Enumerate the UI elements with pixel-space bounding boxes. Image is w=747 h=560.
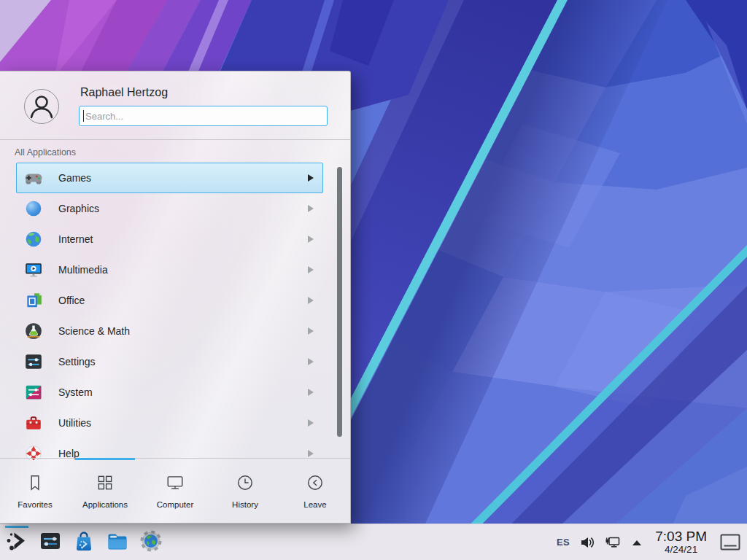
scrollbar-thumb[interactable] bbox=[337, 167, 342, 437]
category-label: Multimedia bbox=[58, 264, 308, 276]
file-manager-button[interactable] bbox=[106, 531, 129, 554]
section-label: All Applications bbox=[15, 147, 76, 158]
submenu-arrow-icon bbox=[308, 266, 314, 273]
tab-history[interactable]: History bbox=[210, 459, 280, 523]
internet-icon bbox=[24, 230, 43, 249]
submenu-arrow-icon bbox=[308, 327, 314, 335]
user-icon bbox=[25, 90, 58, 123]
category-row-utilities[interactable]: Utilities bbox=[16, 408, 323, 438]
multimedia-icon bbox=[24, 260, 43, 279]
category-row-office[interactable]: Office bbox=[16, 285, 323, 316]
category-label: Utilities bbox=[58, 417, 308, 429]
category-label: Settings bbox=[58, 356, 308, 368]
system-settings-icon bbox=[39, 529, 62, 556]
kickoff-icon bbox=[5, 529, 28, 556]
category-row-multimedia[interactable]: Multimedia bbox=[16, 254, 323, 285]
submenu-arrow-icon bbox=[308, 450, 314, 457]
tab-favorites[interactable]: Favorites bbox=[0, 459, 70, 523]
keyboard-layout-indicator[interactable]: ES bbox=[557, 537, 570, 548]
submenu-arrow-icon bbox=[308, 174, 314, 182]
discover-button[interactable] bbox=[72, 531, 96, 554]
tab-label: Favorites bbox=[18, 500, 52, 509]
tab-computer[interactable]: Computer bbox=[140, 459, 210, 523]
user-name: Raphael Hertzog bbox=[80, 86, 168, 99]
category-row-system[interactable]: System bbox=[16, 377, 323, 408]
system-settings-button[interactable] bbox=[39, 531, 62, 554]
category-label: Graphics bbox=[58, 203, 308, 214]
submenu-arrow-icon bbox=[308, 358, 314, 365]
system-icon bbox=[24, 383, 43, 402]
search-field-wrap bbox=[79, 106, 328, 126]
tab-label: Computer bbox=[157, 500, 194, 509]
digital-clock[interactable]: 7:03 PM 4/24/21 bbox=[655, 529, 707, 555]
search-input[interactable] bbox=[79, 106, 328, 126]
application-launcher-button[interactable] bbox=[5, 531, 28, 554]
expand-tray-icon[interactable] bbox=[631, 539, 643, 546]
submenu-arrow-icon bbox=[308, 389, 314, 396]
clock-date: 4/24/21 bbox=[655, 545, 707, 555]
desktop: ES 7:03 PM 4/24/21 bbox=[0, 0, 747, 560]
category-row-science-math[interactable]: Science & Math bbox=[16, 316, 323, 346]
tab-applications[interactable]: Applications bbox=[70, 459, 140, 523]
category-row-graphics[interactable]: Graphics bbox=[16, 193, 323, 224]
category-row-settings[interactable]: Settings bbox=[16, 346, 323, 377]
office-icon bbox=[24, 291, 43, 310]
dolphin-icon bbox=[106, 529, 129, 556]
discover-icon bbox=[72, 529, 96, 556]
category-row-help[interactable]: Help bbox=[16, 438, 323, 460]
clock-time: 7:03 PM bbox=[655, 529, 707, 543]
applications-icon bbox=[96, 473, 115, 495]
system-tray: ES 7:03 PM 4/24/21 bbox=[557, 529, 747, 555]
application-launcher-menu: Raphael Hertzog All Applications GamesGr… bbox=[0, 71, 351, 524]
tab-label: Leave bbox=[303, 500, 326, 509]
history-icon bbox=[236, 473, 255, 495]
settings-icon bbox=[24, 352, 43, 371]
submenu-arrow-icon bbox=[308, 419, 314, 427]
taskbar: ES 7:03 PM 4/24/21 bbox=[0, 524, 747, 560]
network-icon[interactable] bbox=[605, 534, 622, 551]
web-browser-button[interactable] bbox=[139, 531, 163, 554]
submenu-arrow-icon bbox=[308, 297, 314, 304]
category-label: Office bbox=[58, 295, 308, 306]
app-category-list: GamesGraphicsInternetMultimediaOfficeSci… bbox=[0, 163, 350, 460]
menu-footer-tabs: FavoritesApplicationsComputerHistoryLeav… bbox=[0, 458, 350, 523]
taskbar-launchers bbox=[0, 524, 163, 560]
graphics-icon bbox=[24, 199, 43, 218]
tab-label: Applications bbox=[82, 500, 128, 509]
tab-label: History bbox=[232, 500, 258, 509]
category-label: Games bbox=[58, 172, 308, 184]
category-label: System bbox=[58, 386, 308, 398]
category-row-games[interactable]: Games bbox=[16, 163, 323, 193]
science-icon bbox=[24, 322, 43, 341]
volume-icon[interactable] bbox=[579, 534, 595, 551]
user-avatar[interactable] bbox=[24, 89, 59, 124]
category-label: Science & Math bbox=[58, 325, 308, 337]
leave-icon bbox=[306, 473, 325, 495]
utilities-icon bbox=[24, 413, 43, 432]
category-label: Internet bbox=[58, 233, 308, 245]
show-desktop-button[interactable] bbox=[719, 533, 741, 552]
browser-icon bbox=[139, 529, 163, 556]
tab-leave[interactable]: Leave bbox=[280, 459, 350, 523]
submenu-arrow-icon bbox=[308, 236, 314, 243]
computer-icon bbox=[166, 473, 185, 495]
menu-header: Raphael Hertzog bbox=[0, 71, 350, 140]
favorites-icon bbox=[26, 473, 44, 495]
games-icon bbox=[24, 168, 43, 187]
category-row-internet[interactable]: Internet bbox=[16, 224, 323, 254]
submenu-arrow-icon bbox=[308, 205, 314, 212]
text-cursor bbox=[83, 110, 84, 122]
